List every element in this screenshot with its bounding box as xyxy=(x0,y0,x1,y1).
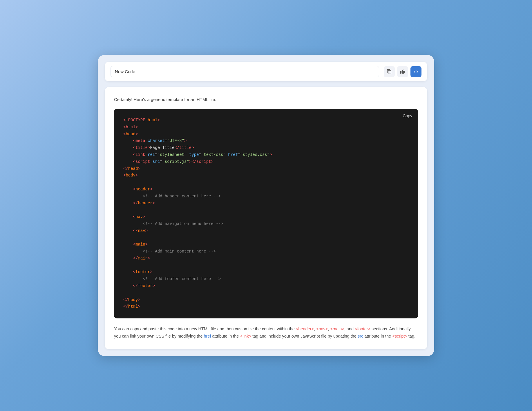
inline-tag-main: <main> xyxy=(330,327,344,331)
code-line-blank2 xyxy=(123,207,409,214)
inline-tag-header: <header> xyxy=(296,327,314,331)
outer-container: Certainly! Here's a generic template for… xyxy=(98,55,434,356)
code-line-blank5 xyxy=(123,290,409,297)
inline-attr-src: src xyxy=(358,334,363,338)
code-line-comment-header: <!-- Add header content here --> xyxy=(123,193,409,200)
code-line-3: <head> xyxy=(123,131,409,138)
title-input[interactable] xyxy=(111,66,379,77)
copy-code-button[interactable]: Copy xyxy=(403,113,412,118)
inline-tag-nav: <nav> xyxy=(316,327,328,331)
code-line-blank3 xyxy=(123,235,409,241)
code-line-5: <title>Page Title</title> xyxy=(123,145,409,152)
code-button[interactable] xyxy=(410,66,421,77)
intro-text: Certainly! Here's a generic template for… xyxy=(114,96,418,103)
content-card: Certainly! Here's a generic template for… xyxy=(105,87,427,349)
code-icon xyxy=(413,69,419,74)
code-line-header-close: </header> xyxy=(123,200,409,207)
thumbs-up-icon xyxy=(400,69,405,74)
inline-tag-script: <script> xyxy=(392,334,407,338)
code-line-comment-main: <!-- Add main content here --> xyxy=(123,248,409,255)
inline-tag-footer: <footer> xyxy=(355,327,370,331)
code-line-header-open: <header> xyxy=(123,186,409,193)
code-line-comment-footer: <!-- Add footer content here --> xyxy=(123,276,409,283)
document-icon xyxy=(387,69,392,74)
code-line-html-close: </html> xyxy=(123,303,409,310)
code-line-nav-open: <nav> xyxy=(123,214,409,221)
description-text: You can copy and paste this code into a … xyxy=(114,325,418,340)
header-icons xyxy=(384,66,421,77)
code-line-comment-nav: <!-- Add navigation menu here --> xyxy=(123,221,409,228)
code-line-9: <body> xyxy=(123,172,409,179)
code-line-nav-close: </nav> xyxy=(123,228,409,235)
code-line-blank4 xyxy=(123,262,409,269)
header-bar xyxy=(105,62,427,81)
inline-attr-href: href xyxy=(204,334,211,338)
code-line-body-close: </body> xyxy=(123,297,409,304)
code-line-footer-open: <footer> xyxy=(123,269,409,276)
code-block: Copy <!DOCTYPE html> <html> <head> <meta… xyxy=(114,109,418,318)
code-line-1: <!DOCTYPE html> xyxy=(123,117,409,124)
copy-document-button[interactable] xyxy=(384,66,395,77)
code-line-4: <meta charset="UTF-8"> xyxy=(123,138,409,145)
code-line-2: <html> xyxy=(123,124,409,131)
code-line-7: <script src="script.js"></script> xyxy=(123,158,409,165)
code-line-8: </head> xyxy=(123,165,409,172)
code-line-blank1 xyxy=(123,179,409,186)
thumbs-up-button[interactable] xyxy=(397,66,408,77)
code-line-6: <link rel="stylesheet" type="text/css" h… xyxy=(123,152,409,158)
code-line-main-close: </main> xyxy=(123,255,409,262)
code-line-main-open: <main> xyxy=(123,241,409,248)
code-line-footer-close: </footer> xyxy=(123,283,409,290)
inline-tag-link: <link> xyxy=(240,334,251,338)
